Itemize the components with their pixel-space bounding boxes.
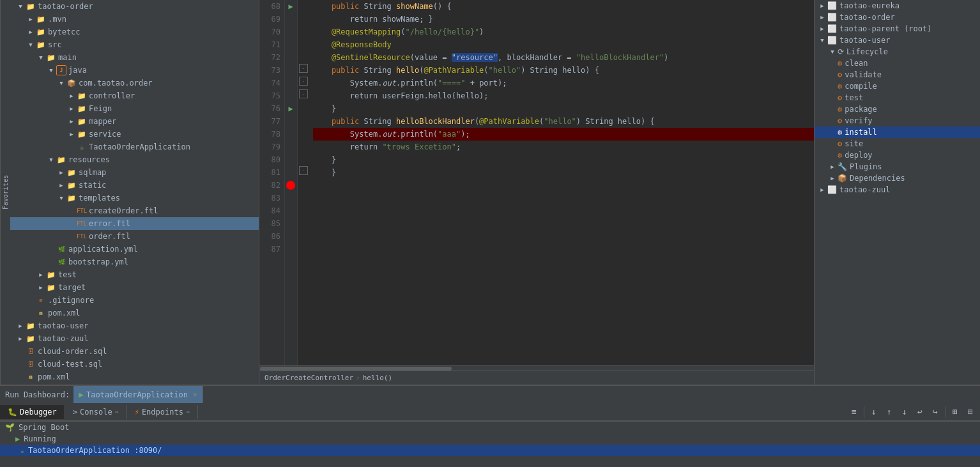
favorites-label[interactable]: Favorites (0, 0, 10, 385)
tab-endpoints[interactable]: ⚡ Endpoints ⇒ (127, 405, 198, 419)
maven-item-deploy[interactable]: ⚙ deploy (815, 149, 980, 161)
tree-label: cloud-order.sql (38, 347, 259, 356)
tree-item-createorder-ftl[interactable]: ▶ FTL createOrder.ftl (10, 204, 259, 217)
endpoints-icon: ⚡ (135, 408, 139, 417)
tree-item-error-ftl[interactable]: ▶ FTL error.ftl (10, 217, 259, 230)
tab-debugger[interactable]: 🐛 Debugger (0, 405, 65, 419)
maven-item-validate[interactable]: ⚙ validate (815, 69, 980, 80)
tree-label: bytetcc (48, 27, 259, 36)
module-icon: ⬜ (827, 13, 837, 22)
toolbar-btn-3[interactable]: ↑ (882, 406, 896, 418)
breadcrumb-class: OrderCreateController (264, 374, 353, 382)
arrow-icon: ▶ (66, 131, 77, 137)
gear-icon: ⚙ (838, 59, 842, 68)
maven-item-site[interactable]: ⚙ site (815, 138, 980, 149)
run-tab-icon: ▶ (79, 390, 84, 399)
maven-label: Lifecycle (846, 47, 888, 56)
tree-label: test (58, 270, 259, 279)
tree-item-root-pom[interactable]: ▶ m pom.xml (10, 371, 259, 383)
maven-item-package[interactable]: ⚙ package (815, 103, 980, 115)
tree-item-gitignore[interactable]: ▶ ⊘ .gitignore (10, 294, 259, 307)
tree-item-cloud-test-sql[interactable]: ▶ 🗄 cloud-test.sql (10, 358, 259, 371)
maven-item-verify[interactable]: ⚙ verify (815, 115, 980, 126)
tree-item-mapper[interactable]: ▶ 📁 mapper (10, 115, 259, 128)
maven-item-test[interactable]: ⚙ test (815, 92, 980, 103)
tree-item-mvn[interactable]: ▶ 📁 .mvn (10, 13, 259, 26)
maven-item-install[interactable]: ⚙ install (815, 126, 980, 138)
maven-item-dependencies[interactable]: ▶ 📦 Dependencies (815, 172, 980, 184)
arrow-icon: ▼ (36, 54, 46, 61)
tree-label: com.taotao.order (79, 79, 259, 88)
tree-item-order-ftl[interactable]: ▶ FTL order.ftl (10, 230, 259, 243)
maven-item-user[interactable]: ▼ ⬜ taotao-user (815, 34, 980, 46)
tree-item-feign[interactable]: ▶ 📁 Feign (10, 102, 259, 115)
toolbar-btn-4[interactable]: ↓ (898, 406, 912, 418)
toolbar-btn-6[interactable]: ↪ (928, 406, 942, 418)
tree-label: controller (89, 91, 259, 100)
tree-item-test[interactable]: ▶ 📁 test (10, 268, 259, 281)
maven-item-plugins[interactable]: ▶ 🔧 Plugins (815, 161, 980, 172)
tree-item-service[interactable]: ▶ 📁 service (10, 128, 259, 141)
toolbar-btn-1[interactable]: ≡ (847, 406, 861, 418)
tree-label: main (58, 53, 259, 62)
arrow-icon: ▶ (66, 93, 77, 99)
tree-label: cloud-test.sql (38, 360, 259, 369)
maven-label: taotao-zuul (839, 185, 890, 194)
tree-item-sqlmap[interactable]: ▶ 📁 sqlmap (10, 166, 259, 179)
xml-icon: m (36, 308, 46, 318)
folder-icon: 📁 (66, 193, 77, 203)
tree-item-cloud-order-sql[interactable]: ▶ 🗄 cloud-order.sql (10, 345, 259, 358)
arrow-icon: ▶ (56, 169, 66, 176)
close-icon[interactable]: ✕ (193, 390, 197, 399)
tree-label: pom.xml (48, 309, 259, 318)
toolbar-btn-5[interactable]: ↩ (913, 406, 927, 418)
maven-item-compile[interactable]: ⚙ compile (815, 80, 980, 92)
debugger-icon: 🐛 (8, 408, 17, 417)
tree-item-package[interactable]: ▼ 📦 com.taotao.order (10, 77, 259, 89)
tree-label: static (79, 181, 259, 190)
folder-icon: 📁 (46, 270, 56, 280)
run-tab-app[interactable]: ▶ TaotaoOrderApplication ✕ (73, 386, 203, 404)
tree-item-java[interactable]: ▼ J java (10, 64, 259, 77)
tab-label: Debugger (20, 408, 57, 417)
code-editor[interactable]: public String showName() { return showNa… (309, 0, 814, 365)
maven-item-order[interactable]: ▶ ⬜ taotao-order (815, 11, 980, 23)
toolbar-btn-8[interactable]: ⊟ (963, 406, 977, 418)
maven-item-eureka[interactable]: ▶ ⬜ taotao-eureka (815, 0, 980, 11)
tree-item-taotao-order[interactable]: ▼ 📁 taotao-order (10, 0, 259, 13)
tab-label: Console (80, 408, 112, 417)
tree-item-bytetcc[interactable]: ▶ 📁 bytetcc (10, 26, 259, 38)
tree-item-bootstrap-yml[interactable]: ▶ 🌿 bootstrap.yml (10, 256, 259, 268)
tab-console[interactable]: > Console ⇒ (65, 405, 127, 419)
toolbar-btn-2[interactable]: ↓ (867, 406, 881, 418)
tree-item-main[interactable]: ▼ 📁 main (10, 51, 259, 64)
gitignore-icon: ⊘ (36, 295, 46, 305)
maven-item-lifecycle[interactable]: ▼ ⟳ Lifecycle (815, 46, 980, 57)
tree-item-application-yml[interactable]: ▶ 🌿 application.yml (10, 243, 259, 256)
toolbar-separator (945, 406, 946, 418)
tree-label: createOrder.ftl (89, 206, 259, 215)
tree-label: TaotaoOrderApplication (89, 142, 259, 151)
horizontal-scrollbar[interactable] (259, 365, 814, 371)
tree-item-src[interactable]: ▼ 📁 src (10, 38, 259, 51)
maven-item-clean[interactable]: ⚙ clean (815, 57, 980, 69)
tree-item-static[interactable]: ▶ 📁 static (10, 179, 259, 192)
maven-item-parent[interactable]: ▶ ⬜ taotao-parent (root) (815, 23, 980, 34)
spring-app-item[interactable]: ☕ TaotaoOrderApplication :8090/ (0, 445, 980, 456)
tree-item-pom[interactable]: ▶ m pom.xml (10, 307, 259, 319)
arrow-icon: ▶ (817, 14, 827, 20)
folder-icon: 📁 (77, 129, 87, 139)
tree-label: service (89, 130, 259, 139)
maven-item-zuul[interactable]: ▶ ⬜ taotao-zuul (815, 184, 980, 195)
tree-item-resources[interactable]: ▼ 📁 resources (10, 153, 259, 166)
tree-item-controller[interactable]: ▶ 📁 controller (10, 89, 259, 102)
tree-item-application[interactable]: ▶ ☕ TaotaoOrderApplication (10, 141, 259, 153)
breadcrumb: OrderCreateController › hello() (264, 374, 392, 382)
folder-icon: 📁 (36, 14, 46, 24)
maven-label: taotao-user (839, 36, 890, 45)
tree-item-taotao-zuul[interactable]: ▶ 📁 taotao-zuul (10, 332, 259, 345)
tree-item-target[interactable]: ▶ 📁 target (10, 281, 259, 294)
toolbar-btn-7[interactable]: ⊞ (948, 406, 962, 418)
tree-item-templates[interactable]: ▼ 📁 templates (10, 192, 259, 204)
tree-item-taotao-user[interactable]: ▶ 📁 taotao-user (10, 319, 259, 332)
